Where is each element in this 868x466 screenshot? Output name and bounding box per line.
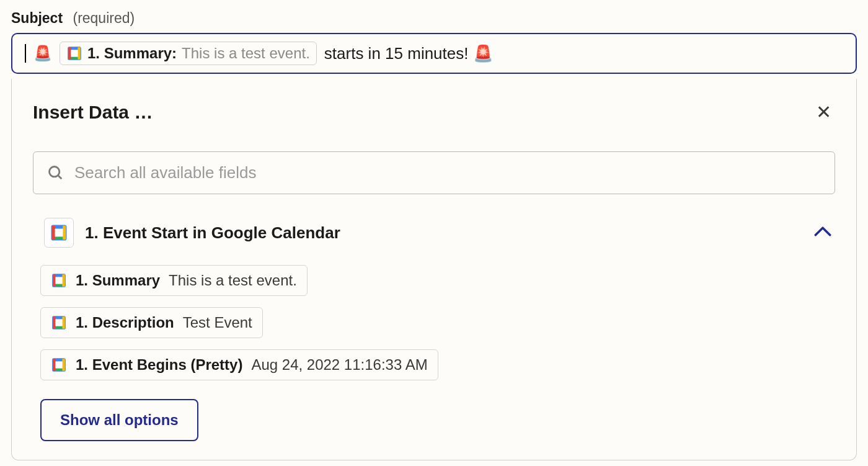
svg-rect-29 bbox=[62, 359, 64, 371]
search-input[interactable] bbox=[74, 163, 821, 182]
svg-point-6 bbox=[50, 166, 60, 176]
field-name: Subject bbox=[11, 10, 63, 26]
svg-rect-11 bbox=[63, 226, 66, 240]
close-button[interactable]: ✕ bbox=[812, 99, 835, 125]
search-field[interactable] bbox=[33, 151, 835, 194]
google-calendar-icon bbox=[66, 45, 82, 61]
google-calendar-icon bbox=[51, 272, 67, 289]
chip-value: This is a test event. bbox=[182, 45, 310, 62]
svg-line-7 bbox=[58, 175, 62, 179]
svg-rect-23 bbox=[62, 316, 64, 329]
svg-rect-31 bbox=[56, 362, 63, 369]
google-calendar-icon bbox=[44, 218, 74, 248]
svg-rect-3 bbox=[78, 47, 80, 60]
option-value: Test Event bbox=[183, 314, 252, 331]
field-option[interactable]: 1. Event Begins (Pretty) Aug 24, 2022 11… bbox=[40, 349, 438, 380]
option-value: This is a test event. bbox=[169, 272, 297, 289]
option-value: Aug 24, 2022 11:16:33 AM bbox=[251, 356, 427, 374]
option-key: 1. Summary bbox=[76, 272, 160, 289]
svg-rect-4 bbox=[68, 47, 71, 60]
field-label: Subject (required) bbox=[11, 10, 857, 27]
option-key: 1. Event Begins (Pretty) bbox=[76, 356, 242, 374]
svg-rect-30 bbox=[53, 359, 55, 371]
google-calendar-icon bbox=[51, 315, 67, 331]
chevron-up-icon bbox=[814, 225, 831, 241]
group-title: 1. Event Start in Google Calendar bbox=[85, 223, 803, 243]
svg-rect-17 bbox=[62, 274, 64, 287]
subject-input[interactable]: 🚨 1. Summary: This is a test event. star… bbox=[11, 33, 857, 74]
svg-rect-5 bbox=[71, 50, 78, 57]
search-icon bbox=[47, 164, 64, 182]
close-icon: ✕ bbox=[816, 102, 831, 122]
svg-rect-13 bbox=[55, 229, 63, 237]
data-source-group-header[interactable]: 1. Event Start in Google Calendar bbox=[40, 214, 835, 251]
chip-key: 1. Summary: bbox=[87, 45, 177, 62]
field-option[interactable]: 1. Description Test Event bbox=[40, 307, 263, 338]
svg-rect-18 bbox=[53, 274, 55, 287]
subject-suffix-text: starts in 15 minutes! 🚨 bbox=[324, 44, 493, 63]
insert-data-panel: Insert Data … ✕ bbox=[11, 79, 857, 460]
siren-emoji: 🚨 bbox=[33, 45, 52, 62]
google-calendar-icon bbox=[51, 357, 67, 373]
option-key: 1. Description bbox=[76, 314, 174, 331]
show-all-options-button[interactable]: Show all options bbox=[40, 399, 198, 441]
text-cursor bbox=[25, 44, 26, 63]
svg-rect-12 bbox=[52, 226, 55, 240]
svg-rect-19 bbox=[56, 277, 63, 284]
inserted-field-chip[interactable]: 1. Summary: This is a test event. bbox=[60, 42, 317, 65]
field-options-list: 1. Summary This is a test event. 1. Desc… bbox=[40, 265, 835, 380]
svg-rect-25 bbox=[56, 320, 63, 326]
field-required: (required) bbox=[73, 10, 135, 26]
svg-rect-24 bbox=[53, 316, 55, 329]
panel-title: Insert Data … bbox=[33, 102, 153, 123]
field-option[interactable]: 1. Summary This is a test event. bbox=[40, 265, 308, 296]
